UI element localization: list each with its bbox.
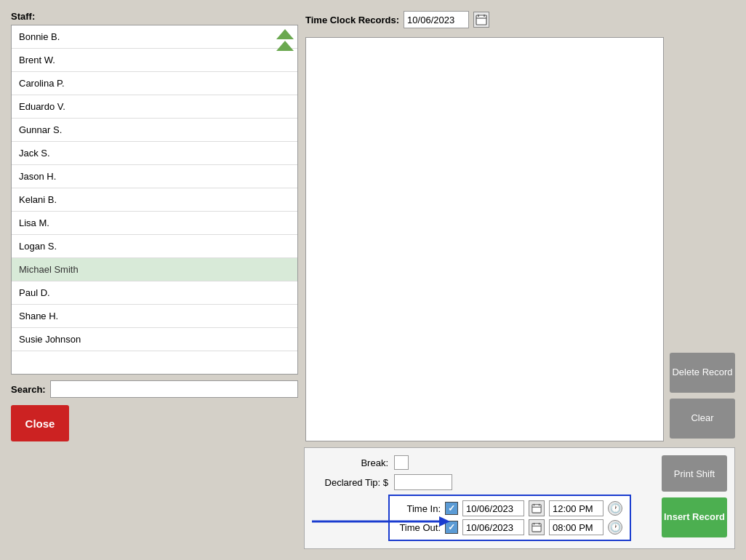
declared-tip-input[interactable] [394, 474, 452, 490]
search-input[interactable] [50, 380, 298, 398]
time-in-date-input[interactable] [462, 500, 524, 516]
staff-list-item[interactable]: Jack S. [12, 142, 297, 165]
staff-list-container: Bonnie B.Brent W.Carolina P.Eduardo V.Gu… [11, 25, 298, 375]
declared-tip-label: Declared Tip: $ [316, 477, 388, 488]
staff-list-item[interactable]: Bonnie B. [12, 25, 297, 49]
clear-button[interactable]: Clear [670, 399, 735, 439]
time-out-value-input[interactable] [549, 519, 603, 535]
svg-rect-10 [532, 524, 541, 532]
timeclock-date-input[interactable] [404, 11, 469, 28]
timeclock-header: Time Clock Records: [305, 11, 735, 28]
scroll-up-arrow-1[interactable] [276, 29, 294, 39]
svg-rect-6 [532, 505, 541, 513]
search-label: Search: [11, 384, 46, 395]
staff-list-item[interactable]: Susie Johnson [12, 328, 297, 351]
time-out-date-input[interactable] [462, 519, 524, 535]
staff-list-item[interactable]: Kelani B. [12, 188, 297, 212]
time-out-clock-icon[interactable]: 🕐 [608, 520, 622, 535]
bottom-right-buttons: Print Shift Insert Record [662, 455, 727, 537]
time-in-clock-icon[interactable]: 🕐 [608, 501, 622, 516]
timeclock-calendar-icon[interactable] [473, 12, 489, 28]
close-button[interactable]: Close [11, 405, 69, 441]
staff-label: Staff: [11, 11, 298, 22]
staff-list-item[interactable]: Eduardo V. [12, 95, 297, 119]
insert-record-button[interactable]: Insert Record [662, 497, 727, 537]
time-in-calendar-icon[interactable] [529, 500, 545, 516]
print-shift-button[interactable]: Print Shift [662, 455, 727, 492]
staff-list-item[interactable]: Shane H. [12, 305, 297, 328]
scroll-up-arrow-2[interactable] [276, 41, 294, 51]
time-in-value-input[interactable] [549, 500, 603, 516]
staff-list-item[interactable]: Brent W. [12, 49, 297, 72]
staff-list-item[interactable]: Carolina P. [12, 72, 297, 95]
timeclock-label: Time Clock Records: [305, 15, 399, 25]
staff-list-item[interactable]: Michael Smith [12, 258, 297, 281]
staff-list-item[interactable]: Logan S. [12, 235, 297, 258]
records-area [305, 37, 664, 441]
time-out-calendar-icon[interactable] [529, 519, 545, 535]
svg-rect-0 [476, 15, 486, 25]
break-label: Break: [316, 457, 388, 468]
blue-arrow [305, 511, 450, 532]
staff-list-item[interactable]: Jason H. [12, 165, 297, 188]
staff-list-item[interactable]: Paul D. [12, 281, 297, 305]
staff-list-item[interactable]: Lisa M. [12, 212, 297, 235]
staff-list: Bonnie B.Brent W.Carolina P.Eduardo V.Gu… [12, 25, 297, 351]
delete-record-button[interactable]: Delete Record [670, 353, 735, 393]
svg-marker-5 [439, 516, 450, 527]
staff-list-item[interactable]: Gunnar S. [12, 119, 297, 142]
scroll-arrows[interactable] [276, 29, 294, 51]
break-checkbox[interactable] [394, 455, 409, 470]
